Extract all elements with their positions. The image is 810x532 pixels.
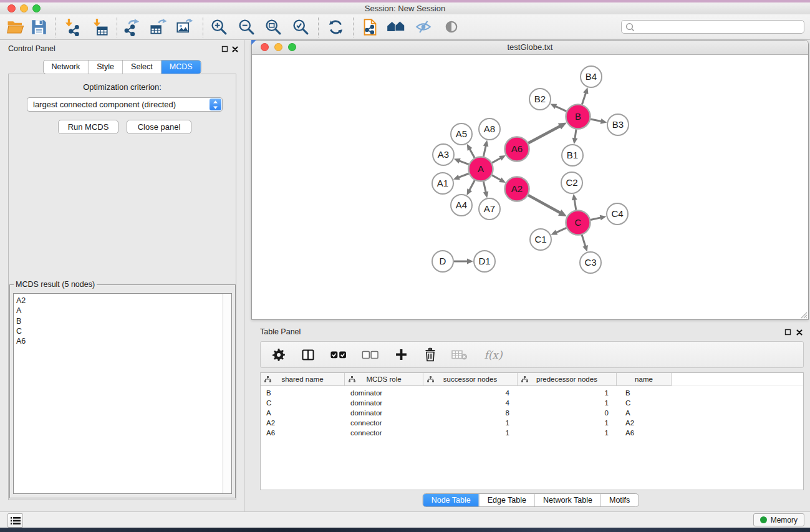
- graph-node-D1[interactable]: D1: [474, 251, 495, 272]
- memory-button[interactable]: Memory: [753, 513, 804, 526]
- cell-MCDS-role[interactable]: connector: [345, 418, 423, 428]
- table-row[interactable]: A2connector11A2: [261, 418, 803, 428]
- run-mcds-button[interactable]: Run MCDS: [58, 120, 118, 134]
- graph-node-A3[interactable]: A3: [433, 144, 454, 165]
- cell-name[interactable]: A: [617, 408, 672, 418]
- tab-style[interactable]: Style: [88, 60, 122, 74]
- table-row[interactable]: Bdominator41B: [261, 388, 803, 398]
- column-header-MCDS-role[interactable]: MCDS role: [345, 373, 423, 386]
- deselect-all-button[interactable]: [361, 347, 380, 363]
- column-header-name[interactable]: name: [617, 373, 672, 386]
- cell-name[interactable]: A6: [617, 428, 672, 438]
- first-neighbors-button[interactable]: [385, 16, 407, 38]
- mcds-result-item[interactable]: A: [14, 306, 231, 316]
- graph-edge-B-B2[interactable]: [550, 104, 566, 112]
- float-table-panel-button[interactable]: [784, 329, 791, 336]
- tab-network[interactable]: Network: [43, 60, 88, 74]
- import-network-button[interactable]: [60, 16, 83, 38]
- graph-node-C1[interactable]: C1: [530, 229, 551, 250]
- graph-node-C[interactable]: C: [566, 211, 591, 235]
- graph-node-A[interactable]: A: [469, 157, 493, 181]
- delete-table-button[interactable]: [451, 347, 468, 363]
- search-input[interactable]: [621, 20, 804, 34]
- cell-predecessor-nodes[interactable]: 1: [518, 418, 617, 428]
- graph-edge-A2-C[interactable]: [528, 195, 567, 216]
- column-header-predecessor-nodes[interactable]: predecessor nodes: [518, 373, 617, 386]
- delete-column-button[interactable]: [422, 347, 438, 363]
- cell-successor-nodes[interactable]: 8: [423, 408, 518, 418]
- cell-predecessor-nodes[interactable]: 0: [518, 408, 617, 418]
- cell-name[interactable]: C: [617, 398, 672, 408]
- network-canvas[interactable]: B4B2BB3B1A5A8A6A3AA1A4A7A2C2C4CC1C3DD1: [252, 55, 808, 319]
- graph-node-A1[interactable]: A1: [432, 173, 453, 194]
- cell-name[interactable]: B: [617, 388, 672, 398]
- zoom-out-button[interactable]: [235, 16, 258, 38]
- select-all-button[interactable]: [329, 347, 348, 363]
- float-panel-button[interactable]: [221, 46, 228, 52]
- show-all-button[interactable]: [440, 16, 463, 38]
- graph-edge-C-C2[interactable]: [572, 194, 577, 210]
- table-tab-edge-table[interactable]: Edge Table: [479, 494, 534, 506]
- cell-shared-name[interactable]: A6: [261, 428, 345, 438]
- table-settings-button[interactable]: [271, 347, 287, 363]
- zoom-selected-button[interactable]: [289, 16, 312, 38]
- result-scrollbar[interactable]: [223, 294, 231, 493]
- app-titlebar[interactable]: Session: New Session: [0, 2, 810, 15]
- cell-successor-nodes[interactable]: 1: [423, 418, 518, 428]
- function-builder-button[interactable]: f(x): [481, 347, 506, 363]
- graph-node-D[interactable]: D: [432, 251, 453, 272]
- export-table-button[interactable]: [147, 16, 169, 38]
- column-header-successor-nodes[interactable]: successor nodes: [423, 373, 518, 386]
- graph-node-A4[interactable]: A4: [451, 195, 472, 216]
- graph-edge-A-A5[interactable]: [467, 144, 475, 158]
- show-columns-button[interactable]: [300, 347, 316, 363]
- graph-edge-A-A6[interactable]: [492, 155, 506, 163]
- cell-MCDS-role[interactable]: connector: [345, 428, 423, 438]
- graph-edge-C-C3[interactable]: [582, 235, 588, 252]
- cell-successor-nodes[interactable]: 4: [423, 398, 518, 408]
- graph-node-A6[interactable]: A6: [505, 137, 529, 162]
- graph-node-B3[interactable]: B3: [607, 114, 629, 135]
- tab-mcds[interactable]: MCDS: [161, 60, 201, 74]
- zoom-in-button[interactable]: [208, 16, 230, 38]
- cell-predecessor-nodes[interactable]: 1: [518, 428, 617, 438]
- graph-edge-C-C4[interactable]: [591, 215, 606, 221]
- criterion-dropdown[interactable]: largest connected component (directed): [27, 97, 223, 112]
- graph-edge-A-A4[interactable]: [466, 180, 475, 195]
- cell-shared-name[interactable]: A2: [261, 418, 345, 428]
- graph-node-B1[interactable]: B1: [562, 145, 583, 166]
- network-window-titlebar[interactable]: testGlobe.txt: [252, 41, 808, 55]
- mcds-result-item[interactable]: A6: [14, 336, 231, 346]
- graph-node-B4[interactable]: B4: [581, 66, 602, 87]
- network-graph[interactable]: B4B2BB3B1A5A8A6A3AA1A4A7A2C2C4CC1C3DD1: [252, 55, 808, 319]
- graph-node-A2[interactable]: A2: [505, 177, 529, 201]
- graph-edge-C-C1[interactable]: [551, 228, 566, 235]
- node-table[interactable]: shared nameMCDS rolesuccessor nodesprede…: [260, 372, 804, 490]
- graph-node-A8[interactable]: A8: [479, 118, 500, 140]
- graph-edge-B-B4[interactable]: [582, 87, 588, 104]
- column-header-shared-name[interactable]: shared name: [261, 373, 345, 386]
- export-network-button[interactable]: [120, 16, 143, 38]
- zoom-fit-button[interactable]: [262, 16, 284, 38]
- graph-edge-B-B1[interactable]: [572, 129, 578, 144]
- graph-edge-A-A7[interactable]: [483, 181, 489, 198]
- graph-edge-A-A8[interactable]: [483, 140, 489, 157]
- cell-name[interactable]: A2: [617, 418, 672, 428]
- open-session-button[interactable]: [4, 16, 27, 38]
- cell-predecessor-nodes[interactable]: 1: [518, 398, 617, 408]
- table-tab-network-table[interactable]: Network Table: [534, 494, 600, 506]
- cell-shared-name[interactable]: A: [261, 408, 345, 418]
- graph-node-C4[interactable]: C4: [607, 203, 628, 225]
- graph-edge-A6-B[interactable]: [528, 123, 567, 143]
- graph-edge-D-D1[interactable]: [454, 259, 473, 264]
- add-column-button[interactable]: [393, 347, 409, 363]
- tab-select[interactable]: Select: [122, 60, 161, 74]
- mcds-result-item[interactable]: B: [14, 316, 231, 326]
- close-panel-action-button[interactable]: Close panel: [127, 120, 191, 134]
- clone-network-button[interactable]: [359, 16, 381, 38]
- cell-successor-nodes[interactable]: 1: [423, 428, 518, 438]
- cell-MCDS-role[interactable]: dominator: [345, 398, 423, 408]
- close-table-panel-button[interactable]: [796, 329, 803, 336]
- graph-edge-A-A1[interactable]: [453, 173, 469, 180]
- import-table-button[interactable]: [89, 16, 111, 38]
